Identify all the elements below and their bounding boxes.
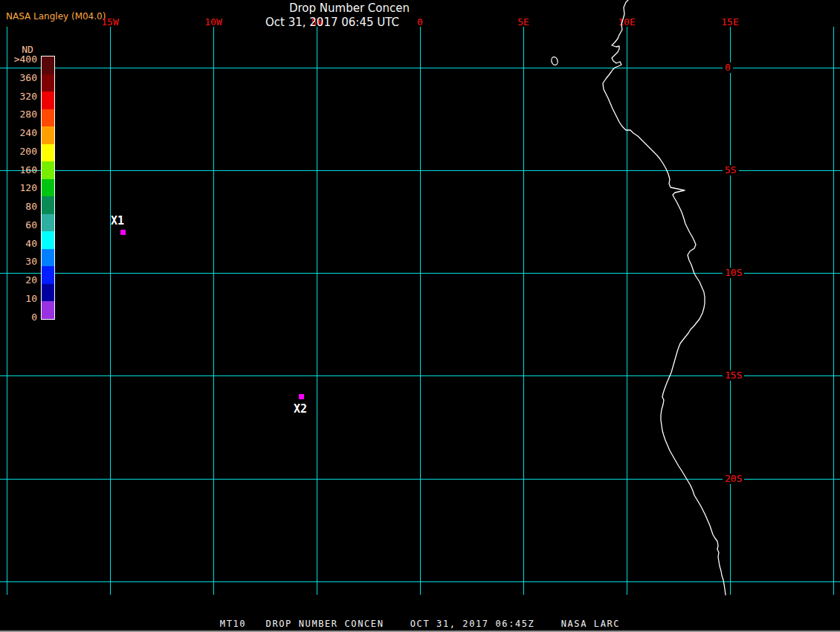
colorbar-tick-label: 60: [0, 220, 37, 230]
colorbar-tick-label: 0: [0, 312, 37, 323]
colorbar-swatch: [42, 179, 54, 197]
plot-title: Drop Number Concen: [289, 1, 410, 15]
coastline: [603, 0, 726, 595]
colorbar-swatch: [42, 109, 54, 127]
latitude-label: 5S: [723, 165, 739, 175]
colorbar-tick-label: 160: [0, 165, 37, 175]
plot-canvas: NASA Langley (M04.0) Drop Number Concen …: [0, 0, 840, 632]
colorbar-swatch: [42, 231, 54, 249]
colorbar-swatch: [42, 249, 54, 267]
plot-timestamp: Oct 31, 2017 06:45 UTC: [265, 16, 399, 29]
colorbar-swatch: [42, 196, 54, 214]
colorbar-swatch: [42, 126, 54, 144]
marker-label: X2: [294, 402, 307, 416]
colorbar-swatch: [42, 161, 54, 179]
latitude-label: 15S: [723, 370, 744, 381]
colorbar-tick-label: 120: [0, 183, 37, 193]
latitude-label: 0: [723, 62, 733, 73]
colorbar-tick-label: >400: [0, 54, 37, 65]
colorbar-swatch: [42, 214, 54, 232]
colorbar-tick-label: 10: [0, 294, 37, 304]
status-line: MT10 DROP NUMBER CONCEN OCT 31, 2017 06:…: [220, 619, 620, 629]
coastline-layer: [0, 0, 840, 632]
colorbar-swatch: [42, 266, 54, 284]
latitude-label: 10S: [723, 268, 744, 278]
colorbar-tick-label: 80: [0, 201, 37, 212]
colorbar-tick-label: 320: [0, 91, 37, 102]
colorbar-tick-label: 200: [0, 146, 37, 157]
colorbar-swatch: [42, 91, 54, 109]
latitude-label: 20S: [723, 474, 744, 484]
colorbar-swatch: [42, 57, 54, 74]
island-outline: [551, 57, 559, 66]
colorbar-swatch: [42, 144, 54, 162]
colorbar-swatch: [42, 301, 54, 319]
marker-point: [299, 394, 304, 399]
marker-point: [120, 230, 126, 235]
colorbar-tick-label: 40: [0, 239, 37, 249]
colorbar-tick-label: 20: [0, 275, 37, 286]
colorbar-swatch: [42, 284, 54, 302]
marker-label: X1: [111, 214, 124, 228]
colorbar-tick-label: 240: [0, 128, 37, 138]
colorbar-tick-label: 360: [0, 73, 37, 83]
colorbar-tick-label: 30: [0, 257, 37, 267]
colorbar-swatch: [42, 74, 54, 92]
colorbar-tick-label: 280: [0, 109, 37, 120]
colorbar: [41, 56, 55, 320]
